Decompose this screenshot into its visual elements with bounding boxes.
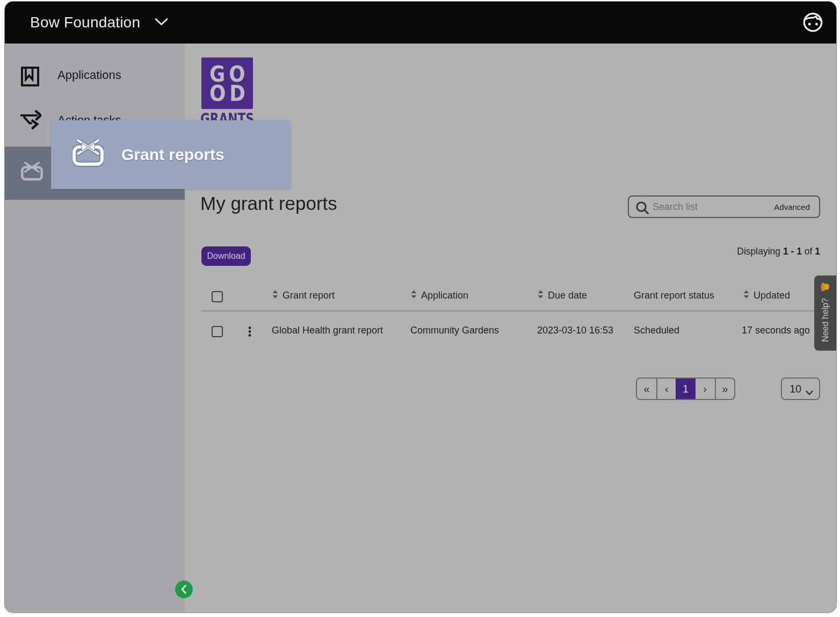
sidebar-item-label: Applications xyxy=(57,68,121,82)
displaying-count: Displaying 1 - 1 of 1 xyxy=(737,246,820,257)
page-title: My grant reports xyxy=(200,193,337,214)
download-button[interactable]: Download xyxy=(201,246,251,266)
sidebar-item-applications[interactable]: Applications xyxy=(5,52,185,98)
sidebar-collapse-button[interactable] xyxy=(175,580,193,598)
chevron-down-icon xyxy=(155,18,168,28)
waving-hand-icon xyxy=(820,282,831,294)
pagination-last[interactable]: » xyxy=(715,379,734,399)
table-divider xyxy=(201,310,820,311)
tooltip-label: Grant reports xyxy=(121,120,225,189)
logo-square: GO OD xyxy=(201,57,253,109)
search-box[interactable]: Search list Advanced xyxy=(628,195,820,218)
action-tasks-icon xyxy=(20,109,41,133)
account-switcher[interactable]: Bow Foundation xyxy=(30,2,168,43)
kebab-icon xyxy=(243,326,256,339)
pagination-first[interactable]: « xyxy=(637,379,656,399)
user-menu-button[interactable] xyxy=(803,12,823,32)
column-header-status[interactable]: Grant report status xyxy=(634,290,714,301)
sort-icon xyxy=(411,290,417,301)
cell-application: Community Gardens xyxy=(410,324,499,336)
cell-updated: 17 seconds ago xyxy=(742,324,810,336)
column-header-grant-report[interactable]: Grant report xyxy=(272,290,335,301)
grant-reports-icon xyxy=(21,162,43,183)
need-help-label: Need help? xyxy=(821,298,830,342)
need-help-tab[interactable]: Need help? xyxy=(814,275,836,351)
sort-icon xyxy=(743,290,749,301)
chevron-left-icon xyxy=(175,580,193,598)
search-icon xyxy=(635,201,649,217)
row-checkbox[interactable] xyxy=(212,326,223,337)
select-all-checkbox[interactable] xyxy=(212,291,223,302)
cell-status: Scheduled xyxy=(634,324,679,336)
advanced-search-link[interactable]: Advanced xyxy=(774,197,810,217)
grant-reports-flyout-icon xyxy=(73,139,104,169)
applications-icon xyxy=(21,67,39,89)
column-header-application[interactable]: Application xyxy=(411,290,468,301)
select-chevron-icon xyxy=(806,388,813,397)
column-header-due-date[interactable]: Due date xyxy=(538,290,587,301)
face-icon xyxy=(803,12,823,32)
pagination-next[interactable]: › xyxy=(696,379,715,399)
app-window: Bow Foundation Applications xyxy=(4,1,837,613)
logo-line2: OD xyxy=(206,84,249,103)
top-bar: Bow Foundation xyxy=(5,2,836,43)
account-name: Bow Foundation xyxy=(30,14,140,31)
page-size-value: 10 xyxy=(790,379,801,399)
sort-icon xyxy=(272,290,278,301)
page-size-select[interactable]: 10 xyxy=(781,378,820,400)
pagination-page-1[interactable]: 1 xyxy=(676,379,695,399)
pagination: « ‹ 1 › » xyxy=(636,378,735,400)
search-input[interactable]: Search list xyxy=(653,197,698,217)
row-actions-kebab[interactable] xyxy=(243,326,256,339)
good-grants-logo[interactable]: GO OD GRANTS xyxy=(201,57,253,128)
cell-grant-report[interactable]: Global Health grant report xyxy=(272,324,383,336)
grant-reports-tooltip[interactable]: Grant reports xyxy=(51,120,291,189)
pagination-prev[interactable]: ‹ xyxy=(656,379,676,399)
cell-due-date: 2023-03-10 16:53 xyxy=(537,324,613,336)
column-header-updated[interactable]: Updated xyxy=(743,290,790,301)
sort-icon xyxy=(538,290,544,301)
